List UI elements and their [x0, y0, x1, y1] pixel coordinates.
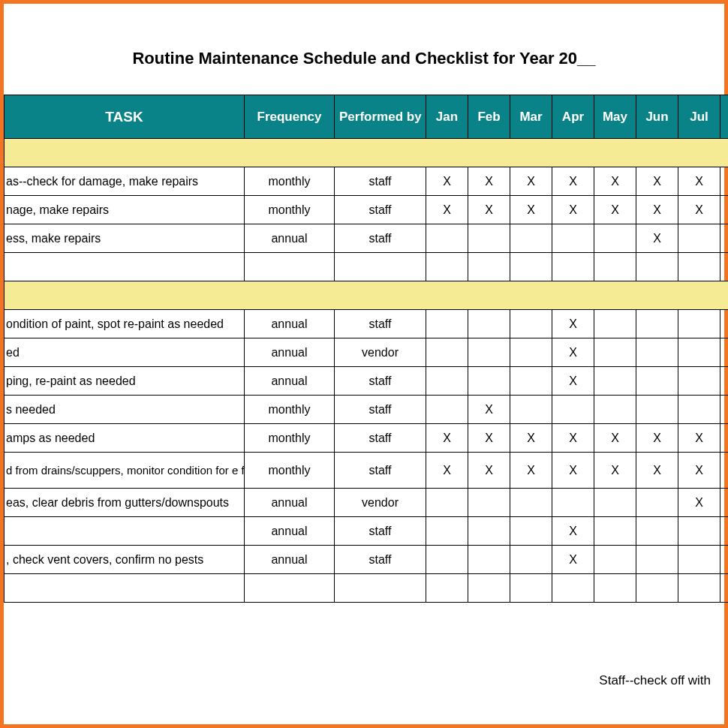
month-cell — [720, 224, 729, 253]
task-cell: , check vent covers, confirm no pests — [5, 546, 245, 574]
document-title: Routine Maintenance Schedule and Checkli… — [4, 49, 724, 68]
month-cell — [720, 310, 729, 338]
month-cell — [594, 310, 636, 338]
task-cell — [5, 517, 245, 546]
table-row — [5, 253, 729, 281]
month-cell — [636, 396, 678, 424]
month-cell — [510, 310, 552, 338]
header-task: TASK — [5, 95, 245, 139]
month-cell: X — [426, 424, 468, 453]
header-month-feb: Feb — [468, 95, 510, 139]
performed-by-cell: vendor — [335, 489, 426, 517]
month-cell — [510, 396, 552, 424]
month-cell — [678, 396, 720, 424]
month-cell — [594, 546, 636, 574]
performed-by-cell — [335, 574, 426, 603]
month-cell: X — [552, 546, 594, 574]
header-performed-by: Performed by — [335, 95, 426, 139]
month-cell — [426, 367, 468, 396]
month-cell: X — [552, 338, 594, 367]
performed-by-cell: staff — [335, 396, 426, 424]
task-cell: d from drains/scuppers, monitor conditio… — [5, 453, 245, 489]
month-cell: X — [636, 424, 678, 453]
table-row: ping, re-paint as neededannualstaffX — [5, 367, 729, 396]
month-cell: X — [636, 453, 678, 489]
task-cell: nage, make repairs — [5, 196, 245, 224]
month-cell — [594, 517, 636, 546]
header-month-jan: Jan — [426, 95, 468, 139]
header-month-apr: Apr — [552, 95, 594, 139]
header-month-next — [720, 95, 729, 139]
month-cell — [720, 453, 729, 489]
month-cell — [426, 253, 468, 281]
performed-by-cell: staff — [335, 196, 426, 224]
month-cell — [678, 338, 720, 367]
month-cell — [468, 489, 510, 517]
performed-by-cell: staff — [335, 453, 426, 489]
table-row: , check vent covers, confirm no pestsann… — [5, 546, 729, 574]
month-cell — [720, 367, 729, 396]
month-cell — [468, 224, 510, 253]
month-cell: X — [510, 453, 552, 489]
task-cell: ed — [5, 338, 245, 367]
month-cell — [678, 224, 720, 253]
table-row: ondition of paint, spot re-paint as need… — [5, 310, 729, 338]
month-cell — [678, 310, 720, 338]
performed-by-cell: staff — [335, 224, 426, 253]
frequency-cell: annual — [245, 367, 335, 396]
month-cell — [720, 338, 729, 367]
table-row: nage, make repairsmonthlystaffXXXXXXX — [5, 196, 729, 224]
performed-by-cell — [335, 253, 426, 281]
month-cell — [510, 224, 552, 253]
month-cell — [720, 517, 729, 546]
frequency-cell: annual — [245, 338, 335, 367]
month-cell: X — [552, 517, 594, 546]
month-cell — [720, 489, 729, 517]
month-cell — [594, 574, 636, 603]
month-cell — [426, 396, 468, 424]
month-cell: X — [594, 424, 636, 453]
month-cell: X — [552, 167, 594, 196]
month-cell — [720, 196, 729, 224]
frequency-cell: annual — [245, 517, 335, 546]
frequency-cell: monthly — [245, 396, 335, 424]
month-cell — [468, 517, 510, 546]
month-cell — [636, 517, 678, 546]
header-month-mar: Mar — [510, 95, 552, 139]
month-cell: X — [636, 196, 678, 224]
task-cell: ping, re-paint as needed — [5, 367, 245, 396]
month-cell: X — [426, 453, 468, 489]
month-cell — [678, 546, 720, 574]
month-cell — [636, 338, 678, 367]
frequency-cell: annual — [245, 224, 335, 253]
month-cell: X — [468, 424, 510, 453]
month-cell — [468, 338, 510, 367]
month-cell — [510, 489, 552, 517]
month-cell: X — [552, 196, 594, 224]
task-cell: as--check for damage, make repairs — [5, 167, 245, 196]
performed-by-cell: staff — [335, 517, 426, 546]
month-cell — [510, 574, 552, 603]
month-cell — [720, 574, 729, 603]
month-cell: X — [594, 167, 636, 196]
task-cell — [5, 574, 245, 603]
frequency-cell: annual — [245, 489, 335, 517]
month-cell — [678, 367, 720, 396]
task-cell: eas, clear debris from gutters/downspout… — [5, 489, 245, 517]
table-row: amps as neededmonthlystaffXXXXXXX — [5, 424, 729, 453]
month-cell: X — [552, 424, 594, 453]
month-cell — [720, 167, 729, 196]
table-row: annualstaffX — [5, 517, 729, 546]
task-cell: amps as needed — [5, 424, 245, 453]
task-cell — [5, 253, 245, 281]
month-cell — [510, 546, 552, 574]
frequency-cell: monthly — [245, 453, 335, 489]
month-cell — [720, 253, 729, 281]
month-cell: X — [594, 196, 636, 224]
table-row: s neededmonthlystaffX — [5, 396, 729, 424]
task-cell: s needed — [5, 396, 245, 424]
month-cell — [552, 253, 594, 281]
header-month-may: May — [594, 95, 636, 139]
performed-by-cell: staff — [335, 424, 426, 453]
header-month-jun: Jun — [636, 95, 678, 139]
